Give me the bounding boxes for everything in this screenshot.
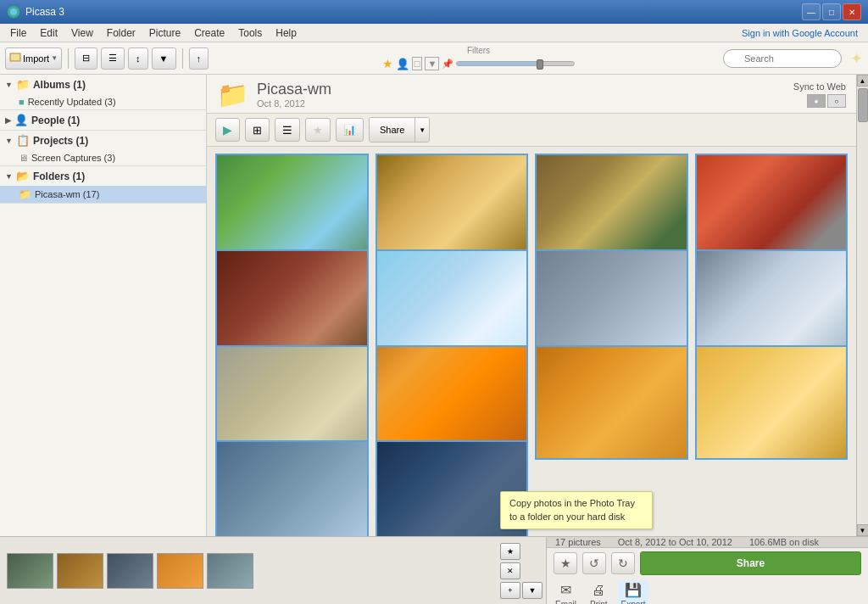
action-toolbar: ▶ ⊞ ☰ ★ 📊 Share ▼ xyxy=(207,114,856,147)
star-filter-button[interactable]: ★ xyxy=(305,118,331,142)
folders-label: Folders (1) xyxy=(33,171,85,182)
screen-captures-label: Screen Captures (3) xyxy=(31,153,115,163)
scroll-thumb[interactable] xyxy=(858,88,868,122)
filter-star-icon[interactable]: ★ xyxy=(382,57,393,70)
filter-pin-icon[interactable]: 📌 xyxy=(442,59,453,70)
play-slideshow-button[interactable]: ▶ xyxy=(215,118,240,142)
filter-controls: ★ 👤 □ ▼ 📌 xyxy=(382,57,576,70)
tray-right: 17 pictures Oct 8, 2012 to Oct 10, 2012 … xyxy=(546,537,868,604)
window-controls: — □ ✕ xyxy=(802,3,861,20)
tray-rotate-left[interactable]: ↺ xyxy=(582,552,606,574)
sidebar-folders-header[interactable]: ▼ 📂 Folders (1) xyxy=(0,166,206,186)
tray-thumb-1[interactable] xyxy=(7,553,53,589)
picasa-wm-icon: 📁 xyxy=(19,188,31,200)
print-action[interactable]: 🖨 Print xyxy=(587,581,611,605)
photo-thumb-13[interactable] xyxy=(215,440,369,536)
sidebar-item-screen-captures[interactable]: 🖥 Screen Captures (3) xyxy=(0,150,206,165)
tray-down-button[interactable]: ▼ xyxy=(522,582,542,599)
tray-thumb-5[interactable] xyxy=(207,553,253,589)
tray-toolbar: ★ ↺ ↻ Share xyxy=(547,548,868,579)
tray-more-button[interactable]: + xyxy=(500,582,520,599)
sidebar-projects-header[interactable]: ▼ 📋 Projects (1) xyxy=(0,131,206,150)
svg-rect-3 xyxy=(11,54,19,60)
sidebar-people-header[interactable]: ▶ 👤 People (1) xyxy=(0,110,206,130)
filter-person-icon[interactable]: 👤 xyxy=(396,58,409,70)
sidebar-item-recently-updated[interactable]: ■ Recently Updated (3) xyxy=(0,94,206,109)
menu-edit[interactable]: Edit xyxy=(33,25,64,41)
search-wrapper: 🔍 xyxy=(723,49,842,68)
sort-button[interactable]: ⊟ xyxy=(75,48,97,70)
sort-order-button[interactable]: ↕ xyxy=(128,48,148,70)
menu-view[interactable]: View xyxy=(64,25,100,41)
list-view-button[interactable]: ☰ xyxy=(275,118,300,142)
photo-thumb-11[interactable] xyxy=(535,345,688,460)
date-range: Oct 8, 2012 to Oct 10, 2012 xyxy=(618,537,732,547)
filter-slider[interactable] xyxy=(456,61,575,66)
menu-picture[interactable]: Picture xyxy=(142,25,187,41)
sidebar-section-people: ▶ 👤 People (1) xyxy=(0,110,206,131)
scroll-up[interactable]: ▲ xyxy=(857,75,869,87)
share-dropdown-button[interactable]: ▼ xyxy=(415,118,429,142)
disk-size: 106.6MB on disk xyxy=(749,537,819,547)
upload-button[interactable]: ↑ xyxy=(189,48,209,70)
more-button[interactable]: ▼ xyxy=(152,48,176,70)
share-main-button[interactable]: Share xyxy=(370,118,415,142)
tray-rotate-right[interactable]: ↻ xyxy=(611,552,635,574)
scroll-track[interactable] xyxy=(857,87,868,524)
close-button[interactable]: ✕ xyxy=(843,3,861,20)
search-input[interactable] xyxy=(723,49,842,68)
content-area: 📁 Picasa-wm Oct 8, 2012 Sync to Web ● ○ … xyxy=(207,75,856,536)
grid-icon: ⊞ xyxy=(253,124,262,137)
tray-star-button[interactable]: ★ xyxy=(500,543,520,560)
import-button[interactable]: Import ▼ xyxy=(5,48,62,70)
print-icon: 🖨 xyxy=(592,583,605,598)
menu-bar: File Edit View Folder Picture Create Too… xyxy=(0,24,868,42)
photo-thumb-12[interactable] xyxy=(695,345,849,460)
tray-thumb-4[interactable] xyxy=(157,553,203,589)
content-folder-icon: 📁 xyxy=(217,80,248,109)
play-icon: ▶ xyxy=(223,123,232,137)
tray-action-buttons: ★ ✕ + ▼ xyxy=(497,540,546,602)
menu-create[interactable]: Create xyxy=(187,25,231,41)
menu-folder[interactable]: Folder xyxy=(100,25,142,41)
tray-share-button[interactable]: Share xyxy=(640,551,861,575)
recently-updated-icon: ■ xyxy=(19,97,25,107)
projects-chevron: ▼ xyxy=(5,137,13,145)
folder-name: Picasa-wm xyxy=(257,81,785,98)
tray-thumb-3[interactable] xyxy=(107,553,153,589)
filter-album-icon[interactable]: □ xyxy=(412,57,423,70)
export-tooltip: Copy photos in the Photo Tray to a folde… xyxy=(500,491,653,529)
minimize-button[interactable]: — xyxy=(802,3,821,20)
share-dropdown-icon: ▼ xyxy=(419,126,426,134)
tray-thumb-2[interactable] xyxy=(57,553,103,589)
histogram-icon: 📊 xyxy=(343,124,356,136)
maximize-button[interactable]: □ xyxy=(822,3,841,20)
sync-off-btn[interactable]: ● xyxy=(807,94,826,108)
toolbar: Import ▼ ⊟ ☰ ↕ ▼ ↑ Filters ★ 👤 □ ▼ 📌 xyxy=(0,42,868,75)
email-action[interactable]: ✉ Email xyxy=(552,580,580,604)
scroll-down[interactable]: ▼ xyxy=(857,524,869,536)
albums-icon: 📁 xyxy=(16,78,30,91)
sync-section: Sync to Web ● ○ xyxy=(793,81,846,108)
print-label: Print xyxy=(590,600,608,605)
filters-label: Filters xyxy=(467,46,490,55)
view-mode-button[interactable]: ☰ xyxy=(101,48,125,70)
sidebar-item-picasa-wm[interactable]: 📁 Picasa-wm (17) xyxy=(0,186,206,203)
scrollbar[interactable]: ▲ ▼ xyxy=(856,75,868,536)
tray-remove-button[interactable]: ✕ xyxy=(500,562,520,579)
menu-file[interactable]: File xyxy=(3,25,33,41)
import-dropdown-icon: ▼ xyxy=(51,54,58,62)
grid-view-button[interactable]: ⊞ xyxy=(245,118,270,142)
export-action[interactable]: 💾 Export xyxy=(618,580,649,604)
sidebar-section-albums: ▼ 📁 Albums (1) ■ Recently Updated (3) xyxy=(0,75,206,110)
sync-on-btn[interactable]: ○ xyxy=(827,94,846,108)
menu-tools[interactable]: Tools xyxy=(231,25,269,41)
status-bar: 17 pictures Oct 8, 2012 to Oct 10, 2012 … xyxy=(547,537,868,548)
filter-video-icon[interactable]: ▼ xyxy=(425,57,439,70)
tray-star-tool[interactable]: ★ xyxy=(554,552,577,574)
sidebar-section-folders: ▼ 📂 Folders (1) 📁 Picasa-wm (17) xyxy=(0,166,206,204)
sign-in-link[interactable]: Sign in with Google Account xyxy=(742,28,865,38)
histogram-button[interactable]: 📊 xyxy=(336,118,364,142)
sidebar-albums-header[interactable]: ▼ 📁 Albums (1) xyxy=(0,75,206,94)
menu-help[interactable]: Help xyxy=(269,25,303,41)
